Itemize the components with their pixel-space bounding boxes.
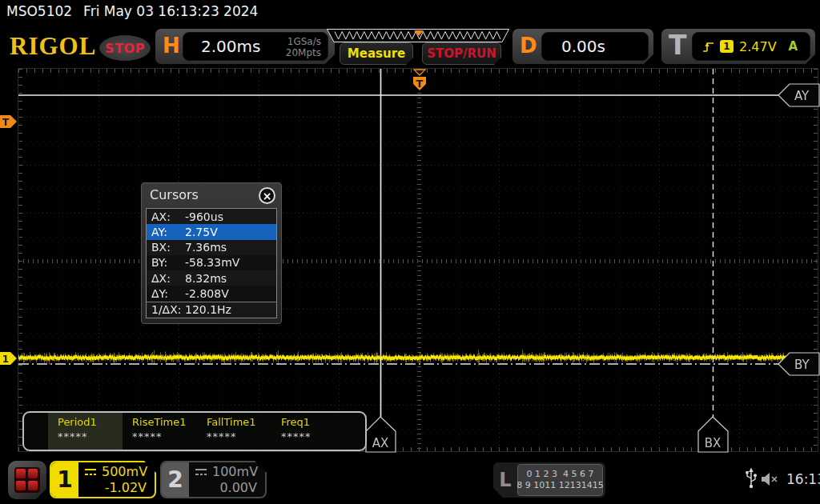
measure-button[interactable]: Measure [340,42,413,65]
cursor-row-dy[interactable]: ΔY: -2.808V [147,286,276,301]
measurement-freq1[interactable]: Freq1 ***** [271,413,346,450]
grid-line [18,141,818,142]
dc-coupling-icon [83,467,98,477]
trigger-settings[interactable]: T 1 2.47V A [661,29,815,64]
grid-line [18,309,818,310]
trigger-label: T [669,30,687,61]
grid-line [18,189,818,190]
clock: 16:13 [786,471,820,487]
close-icon[interactable]: × [259,187,275,204]
waveform-preview-strip[interactable] [327,29,509,43]
digital-channels-status[interactable]: L 0 1 2 3 4 5 6 7 8 9 1011 12131415 [493,462,605,498]
model-name: MSO5102 [6,3,72,19]
cursors-dialog-title: Cursors [150,187,199,202]
usb-icon [745,466,758,489]
cursor-row-label: ΔY: [147,287,185,300]
horizontal-settings[interactable]: H 2.00ms 1GSa/s 20Mpts [155,29,335,64]
measurement-value: ***** [207,430,271,442]
channel1-scale: 500mV [102,464,147,479]
rigol-logo: RIGOL [10,32,96,61]
grid-line [18,405,818,406]
oscilloscope-screen: MSO5102Fri May 03 16:13:23 2024 RIGOL ST… [0,0,820,504]
grid-line [699,69,700,451]
grid-line [739,69,740,451]
timebase-value: 2.00ms [201,37,260,56]
trigger-level-marker[interactable]: T [0,115,17,128]
cursors-readout-list: AX: -960us AY: 2.75V BX: 7.36ms BY: -58.… [146,208,277,318]
delay-settings[interactable]: D 0.00s [512,29,653,64]
grid-line [98,69,99,451]
measurement-label: RiseTime1 [132,416,197,428]
channel2-status[interactable]: 2 100mV 0.00V [160,461,267,498]
digital-row2: 8 9 1011 12131415 [517,480,603,491]
graticule-left-ticks [18,69,22,451]
channel2-scale: 100mV [212,464,258,479]
measurement-period1[interactable]: Period1 ***** [48,413,123,450]
digital-label: L [493,462,517,498]
cursor-row-label: BX: [147,241,185,254]
grid-line [539,69,540,451]
grid-line [139,69,139,451]
dc-coupling-icon [194,467,208,477]
sample-rate: 1GSa/s [286,36,321,47]
cursor-row-1overdx[interactable]: 1/ΔX: 120.1Hz [147,302,276,318]
channel1-position-label: 1 [2,354,9,365]
grid-line [459,69,460,451]
channel2-number: 2 [162,462,189,497]
close-glyph: × [263,190,272,202]
cursor-row-value: 7.36ms [185,241,227,254]
stop-run-button[interactable]: STOP/RUN [422,42,501,65]
cursor-row-label: AY: [147,226,185,238]
menu-grid-icon[interactable] [8,461,46,499]
cursor-row-ay[interactable]: AY: 2.75V [147,224,276,239]
cursor-row-value: -960us [185,210,223,223]
cursors-dialog[interactable]: Cursors × AX: -960us AY: 2.75V BX: 7.36m… [141,182,282,324]
cursor-row-label: AX: [147,210,185,223]
cursor-row-label: 1/ΔX: [147,303,185,316]
run-state-label: STOP [105,41,145,56]
measurement-falltime1[interactable]: FallTime1 ***** [197,413,271,450]
graticule-right-ticks [814,69,818,451]
channel1-status[interactable]: 1 500mV -1.02V [50,461,156,498]
acquisition-info: 1GSa/s 20Mpts [286,36,321,58]
measurement-value: ***** [132,430,197,442]
channel1-position-marker[interactable]: 1 [0,352,17,365]
speaker-muted-icon[interactable] [761,471,780,487]
grid-line [339,69,340,451]
cursor-row-bx[interactable]: BX: 7.36ms [147,240,276,255]
trigger-level-label: T [2,117,10,128]
trigger-mode: A [789,39,798,54]
grid-line [18,213,818,214]
cursor-row-value: 8.32ms [185,272,227,285]
grid-line [18,381,818,382]
cursor-row-value: 2.75V [185,226,218,238]
grid-line [18,357,818,358]
trigger-edge-icon [702,40,714,54]
run-state-indicator: STOP [99,35,151,61]
measurement-value: ***** [281,430,346,442]
measurement-label: FallTime1 [207,416,271,428]
cursor-row-by[interactable]: BY: -58.33mV [147,255,276,270]
datetime: Fri May 03 16:13:23 2024 [83,3,258,19]
trigger-level-value: 2.47V [739,39,777,54]
digital-row1: 0 1 2 3 4 5 6 7 [527,469,594,480]
cursor-row-value: -2.808V [185,287,229,300]
cursor-row-dx[interactable]: ΔX: 8.32ms [147,270,276,286]
cursor-row-ax[interactable]: AX: -960us [147,209,276,224]
digital-channel-numbers: 0 1 2 3 4 5 6 7 8 9 1011 12131415 [517,464,603,496]
grid-line [499,69,500,451]
grid-line [18,93,818,94]
grid-line [18,237,818,238]
measurement-risetime1[interactable]: RiseTime1 ***** [123,413,197,450]
measure-button-label: Measure [348,46,405,61]
horizontal-label: H [163,34,180,58]
status-bar: MSO5102Fri May 03 16:13:23 2024 [6,3,269,19]
delay-label: D [520,34,537,58]
grid-line [619,69,620,451]
grid-icon-squares [14,467,40,493]
grid-line [18,285,818,286]
grid-line [659,69,660,451]
grid-line [379,69,380,451]
grid-line [18,333,818,334]
grid-line [579,69,580,451]
